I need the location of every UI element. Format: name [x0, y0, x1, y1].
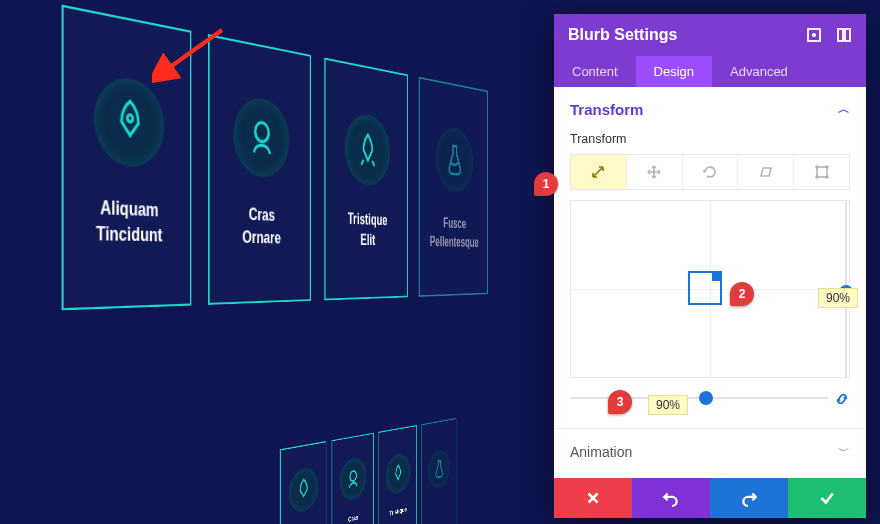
- svg-rect-7: [845, 29, 850, 41]
- chevron-down-icon[interactable]: ﹀: [838, 443, 850, 460]
- panel-footer: [554, 478, 866, 518]
- scale-y-value[interactable]: 90%: [818, 288, 858, 308]
- panel-title: Blurb Settings: [568, 26, 677, 44]
- dock-icon[interactable]: [836, 27, 852, 43]
- card-label: Tristique: [389, 505, 406, 519]
- flask-icon: [428, 448, 450, 491]
- transform-scale-button[interactable]: [571, 155, 627, 189]
- cancel-button[interactable]: [554, 478, 632, 518]
- svg-point-10: [826, 166, 828, 168]
- preview-stage: AliquamTincidunt CrasOrnare TristiqueEli…: [0, 0, 560, 524]
- transform-skew-button[interactable]: [738, 155, 794, 189]
- blurb-card[interactable]: Tristique: [379, 425, 417, 524]
- card-label: AliquamTincidunt: [96, 195, 162, 247]
- svg-point-0: [127, 115, 132, 122]
- blurb-card[interactable]: AliquamTincidunt: [280, 441, 327, 524]
- tab-advanced[interactable]: Advanced: [712, 56, 806, 87]
- save-button[interactable]: [788, 478, 866, 518]
- tab-content[interactable]: Content: [554, 56, 636, 87]
- card-row-2: AliquamTincidunt CrasOrnare Tristique: [280, 418, 457, 524]
- panel-tabs: Content Design Advanced: [554, 56, 866, 87]
- card-row-1: AliquamTincidunt CrasOrnare TristiqueEli…: [62, 4, 489, 310]
- svg-line-3: [166, 30, 222, 70]
- scale-preview-box[interactable]: [688, 271, 722, 305]
- card-label: CrasOrnare: [242, 203, 281, 249]
- annotation-callout-1: 1: [534, 172, 558, 196]
- undo-button[interactable]: [632, 478, 710, 518]
- rocket-icon: [289, 466, 319, 516]
- resize-handle-icon[interactable]: [712, 271, 722, 281]
- svg-rect-8: [817, 167, 827, 177]
- flask-icon: [436, 125, 474, 194]
- svg-point-2: [350, 471, 356, 482]
- blurb-card[interactable]: FuscePellentesque: [419, 77, 488, 297]
- astronaut-icon: [233, 95, 289, 180]
- svg-point-9: [816, 166, 818, 168]
- blurb-card[interactable]: [421, 418, 456, 524]
- card-label: FuscePellentesque: [430, 213, 479, 251]
- link-axes-icon[interactable]: [834, 391, 850, 407]
- svg-rect-6: [838, 29, 843, 41]
- blurb-card[interactable]: TristiqueElit: [324, 58, 408, 301]
- svg-point-11: [816, 176, 818, 178]
- annotation-callout-3: 3: [608, 390, 632, 414]
- transform-label: Transform: [554, 124, 866, 154]
- section-title[interactable]: Transform: [570, 101, 643, 118]
- scale-x-value[interactable]: 90%: [648, 395, 688, 415]
- rocket-icon: [94, 74, 164, 170]
- svg-point-5: [813, 34, 815, 36]
- card-label: TristiqueElit: [348, 209, 388, 251]
- transform-toolbar: [570, 154, 850, 190]
- transform-rotate-button[interactable]: [683, 155, 739, 189]
- annotation-callout-2: 2: [730, 282, 754, 306]
- tab-design[interactable]: Design: [636, 56, 712, 87]
- transform-origin-button[interactable]: [794, 155, 849, 189]
- astronaut-icon: [340, 456, 367, 503]
- svg-point-12: [826, 176, 828, 178]
- slider-thumb[interactable]: [699, 391, 713, 405]
- section-title-animation[interactable]: Animation: [570, 444, 632, 460]
- annotation-arrow: [152, 24, 232, 84]
- panel-body: Transform ︿ Transform Animation: [554, 87, 866, 478]
- rocket-icon: [345, 112, 390, 188]
- transform-workspace[interactable]: [570, 200, 850, 378]
- blurb-card[interactable]: CrasOrnare: [332, 433, 374, 524]
- panel-header: Blurb Settings Content Design Advanced: [554, 14, 866, 87]
- chevron-up-icon[interactable]: ︿: [838, 101, 850, 118]
- redo-button[interactable]: [710, 478, 788, 518]
- transform-move-button[interactable]: [627, 155, 683, 189]
- card-label: CrasOrnare: [346, 512, 361, 524]
- settings-panel: Blurb Settings Content Design Advanced T…: [554, 14, 866, 518]
- rocket-icon: [386, 452, 410, 497]
- expand-icon[interactable]: [806, 27, 822, 43]
